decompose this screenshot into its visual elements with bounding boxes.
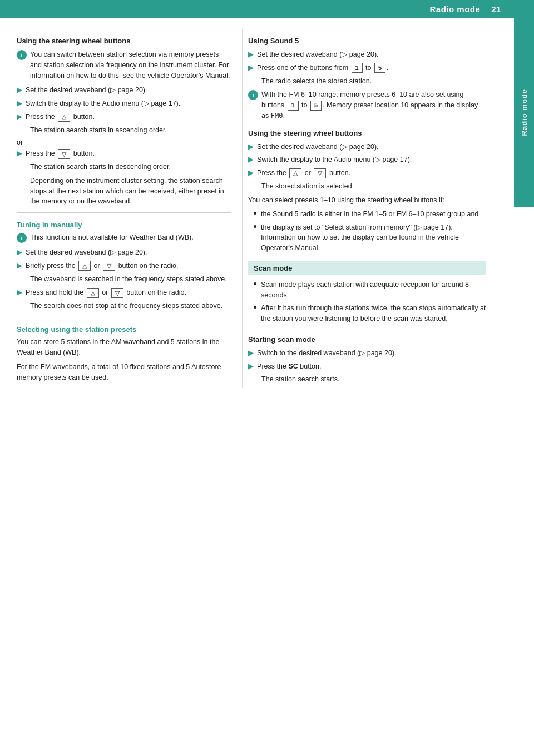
arrow-icon-6: ▶	[17, 261, 22, 270]
info-block-steering: i You can switch between station selecti…	[17, 49, 231, 81]
scan-text-2: After it has run through the stations tw…	[261, 303, 486, 324]
bullet-text-4: Press the ▽ button.	[26, 148, 95, 159]
bullet-text-3: Press the △ button.	[26, 112, 95, 122]
sub-text-scan: The station search starts.	[261, 374, 486, 385]
arrow-icon-scan1: ▶	[248, 349, 254, 357]
dot-item-2: the display is set to "Select station fr…	[248, 222, 486, 253]
arrow-icon-r5: ▶	[248, 168, 254, 177]
content-wrapper: Using the steering wheel buttons i You c…	[0, 18, 514, 399]
up-btn-icon: △	[58, 112, 70, 122]
info-block-fm610: i With the FM 6–10 range, memory presets…	[248, 89, 486, 121]
scan-text-1: Scan mode plays each station with adequa…	[261, 280, 486, 301]
right-column: Using Sound 5 ▶ Set the desired waveband…	[242, 29, 486, 388]
bullet-switch-waveband: ▶ Switch to the desired waveband (▷ page…	[248, 348, 486, 359]
body-text-presets-2: For the FM wavebands, a total of 10 fixe…	[17, 362, 231, 384]
section-heading-steering: Using the steering wheel buttons	[17, 37, 231, 45]
arrow-icon-3: ▶	[17, 112, 22, 121]
scan-mode-box: Scan mode	[248, 261, 486, 275]
dot-icon-2	[254, 225, 256, 228]
bullet-waveband-r1: ▶ Set the desired waveband (▷ page 20).	[248, 49, 486, 60]
bullet-audio-menu-1: ▶ Switch the display to the Audio menu (…	[17, 98, 231, 109]
left-column: Using the steering wheel buttons i You c…	[17, 29, 242, 388]
sub-text-descending: The station search starts in descending …	[30, 162, 231, 172]
bullet-press-up: ▶ Press the △ button.	[17, 112, 231, 122]
bullet-text-6: Briefly press the △ or ▽ button on the r…	[26, 261, 178, 271]
page-number: 21	[491, 4, 501, 14]
arrow-icon-2: ▶	[17, 99, 22, 107]
bullet-waveband-r2: ▶ Set the desired waveband (▷ page 20).	[248, 142, 486, 152]
arrow-icon-r2: ▶	[248, 63, 254, 72]
dot-item-1: the Sound 5 radio is either in the FM 1–…	[248, 209, 486, 220]
scan-dot-icon-1	[254, 282, 256, 285]
key-5b: 5	[310, 101, 322, 111]
section-heading-scan-mode: Starting scan mode	[248, 335, 486, 344]
bullet-text-r4: Switch the display to the Audio menu (▷ …	[257, 155, 412, 165]
info-text-steering: You can switch between station selection…	[30, 49, 231, 81]
header-bar: Radio mode 21	[0, 0, 534, 18]
scan-dot-icon-2	[254, 306, 256, 309]
body-text-presets-select: You can select presets 1–10 using the st…	[248, 195, 486, 206]
right-tab-label: Radio mode	[520, 89, 528, 136]
bullet-text-1: Set the desired waveband (▷ page 20).	[26, 85, 147, 96]
arrow-icon-r3: ▶	[248, 142, 254, 151]
scan-dot-2: After it has run through the stations tw…	[248, 303, 486, 324]
bullet-text-scan2: Press the SC button.	[257, 361, 321, 372]
up-btn-r: △	[289, 168, 301, 178]
dot-icon-1	[254, 212, 256, 215]
bullet-waveband-2: ▶ Set the desired waveband (▷ page 20).	[17, 247, 231, 258]
right-tab: Radio mode	[514, 18, 534, 207]
section-heading-steering-r: Using the steering wheel buttons	[248, 129, 486, 137]
bullet-press-sc: ▶ Press the SC button.	[248, 361, 486, 372]
arrow-icon-r1: ▶	[248, 50, 254, 58]
down-btn-icon-3: ▽	[111, 288, 123, 298]
info-icon-2: i	[17, 233, 27, 243]
info-block-tuning: i This function is not available for Wea…	[17, 232, 231, 243]
sub-text-hold: The search does not stop at the frequenc…	[30, 301, 231, 311]
section-heading-presets: Selecting using the station presets	[17, 325, 231, 334]
bullet-hold-press: ▶ Press and hold the △ or ▽ button on th…	[17, 287, 231, 298]
key-1: 1	[352, 63, 363, 73]
divider-2	[17, 317, 231, 317]
info-text-tuning: This function is not available for Weath…	[30, 232, 194, 243]
info-icon-r1: i	[248, 90, 258, 100]
sub-text-depending: Depending on the instrument cluster sett…	[30, 176, 231, 207]
bullet-briefly-press: ▶ Briefly press the △ or ▽ button on the…	[17, 261, 231, 271]
bullet-text-r2: Press one of the buttons from 1 to 5.	[257, 63, 388, 73]
info-icon-1: i	[17, 50, 27, 60]
bullet-text-scan1: Switch to the desired waveband (▷ page 2…	[257, 348, 396, 359]
key-1b: 1	[288, 101, 299, 111]
bullet-text-r5: Press the △ or ▽ button.	[257, 168, 350, 178]
down-btn-r: ▽	[314, 168, 326, 178]
or-text: or	[17, 138, 231, 146]
arrow-icon-1: ▶	[17, 86, 22, 94]
bullet-text-r1: Set the desired waveband (▷ page 20).	[257, 49, 378, 60]
section-heading-sound5: Using Sound 5	[248, 37, 486, 45]
key-5: 5	[374, 63, 385, 73]
arrow-icon-r4: ▶	[248, 155, 254, 163]
arrow-icon-scan2: ▶	[248, 362, 254, 370]
info-text-fm610: With the FM 6–10 range, memory presets 6…	[261, 89, 486, 121]
down-btn-icon: ▽	[58, 149, 70, 159]
header-title: Radio mode	[429, 4, 480, 14]
sc-button-label: SC	[288, 362, 298, 370]
body-text-presets-1: You can store 5 stations in the AM waveb…	[17, 337, 231, 359]
bullet-press-down: ▶ Press the ▽ button.	[17, 148, 231, 159]
dot-text-1: the Sound 5 radio is either in the FM 1–…	[261, 209, 478, 220]
sub-text-ascending: The station search starts in ascending o…	[30, 125, 231, 136]
section-heading-tuning: Tuning in manually	[17, 221, 231, 229]
bullet-text-2: Switch the display to the Audio menu (▷ …	[26, 98, 180, 109]
sub-text-briefly: The waveband is searched in the frequenc…	[30, 274, 231, 285]
up-btn-icon-3: △	[87, 288, 99, 298]
down-btn-icon-2: ▽	[103, 261, 115, 271]
arrow-icon-5: ▶	[17, 248, 22, 256]
dot-text-2: the display is set to "Select station fr…	[261, 222, 486, 253]
divider-1	[17, 212, 231, 213]
fm0-mono: FM0	[271, 112, 283, 120]
sub-text-stored: The stored station is selected.	[261, 181, 486, 192]
sub-text-radio-selects: The radio selects the stored station.	[261, 76, 486, 87]
bullet-text-r3: Set the desired waveband (▷ page 20).	[257, 142, 378, 152]
arrow-icon-7: ▶	[17, 288, 22, 296]
bullet-press-buttons: ▶ Press one of the buttons from 1 to 5.	[248, 63, 486, 73]
bullet-waveband-1: ▶ Set the desired waveband (▷ page 20).	[17, 85, 231, 96]
scan-dot-1: Scan mode plays each station with adequa…	[248, 280, 486, 301]
